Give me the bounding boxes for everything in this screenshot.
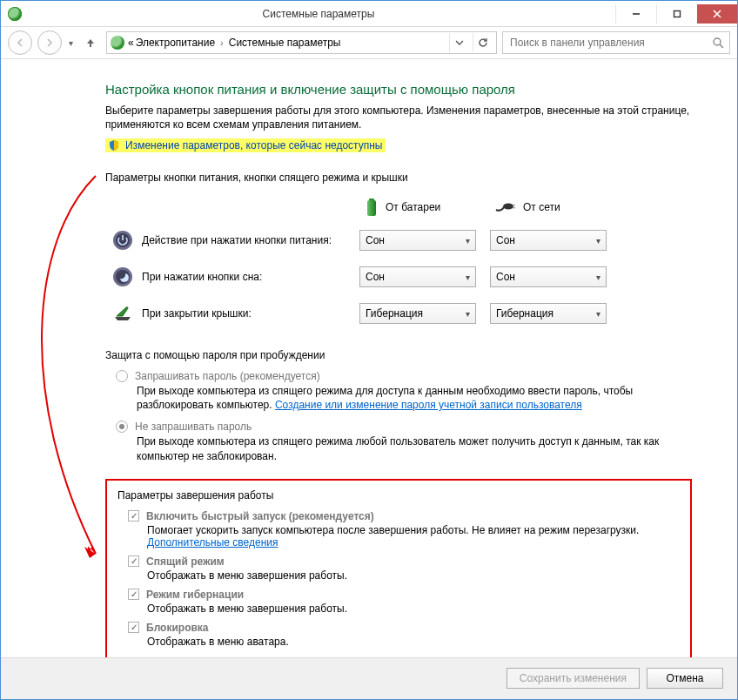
nav-forward-button[interactable] xyxy=(37,30,62,55)
sleep-desc: Отображать в меню завершения работы. xyxy=(147,569,680,582)
annotation-arrow xyxy=(13,171,117,571)
checkbox-label: Режим гибернации xyxy=(146,589,244,601)
address-dropdown[interactable] xyxy=(449,33,469,52)
close-icon xyxy=(713,10,721,18)
row-sleep-button: При нажатии кнопки сна: xyxy=(112,259,346,295)
checkbox-label: Включить быстрый запуск (рекомендуется) xyxy=(146,510,374,522)
nav-bar: ▾ « Электропитание › Системные параметры xyxy=(1,27,737,58)
close-button[interactable] xyxy=(697,4,737,24)
shield-icon xyxy=(108,139,120,151)
row-sleep-label: При нажатии кнопки сна: xyxy=(142,271,262,283)
save-button[interactable]: Сохранить изменения xyxy=(507,668,640,689)
breadcrumb-item[interactable]: Электропитание xyxy=(136,37,215,49)
svg-rect-10 xyxy=(513,205,515,205)
checkbox-label: Блокировка xyxy=(146,622,209,634)
column-ac-label: От сети xyxy=(523,201,560,213)
refresh-button[interactable] xyxy=(473,33,493,52)
row-lid-label: При закрытии крышки: xyxy=(142,307,252,320)
combo-value: Сон xyxy=(496,271,515,283)
arrow-up-icon xyxy=(84,37,97,49)
lock-checkbox[interactable]: Блокировка xyxy=(128,622,680,634)
maximize-button[interactable] xyxy=(656,4,697,24)
cancel-button[interactable]: Отмена xyxy=(647,668,723,689)
minimize-button[interactable] xyxy=(615,4,656,24)
chevron-down-icon: ▾ xyxy=(596,236,600,246)
history-dropdown[interactable]: ▾ xyxy=(67,38,75,48)
page-title: Настройка кнопок питания и включение защ… xyxy=(105,82,692,97)
nav-up-button[interactable] xyxy=(80,32,101,53)
lid-ac-combo[interactable]: Гибернация ▾ xyxy=(490,303,607,324)
combo-value: Гибернация xyxy=(496,307,554,320)
plug-icon xyxy=(495,201,516,213)
location-icon xyxy=(111,36,124,50)
sleep-battery-combo[interactable]: Сон ▾ xyxy=(359,266,476,287)
svg-point-4 xyxy=(714,38,721,45)
section-shutdown-title: Параметры завершения работы xyxy=(117,489,680,501)
breadcrumb-prefix: « xyxy=(128,37,134,49)
address-bar[interactable]: « Электропитание › Системные параметры xyxy=(106,31,497,54)
sleep-checkbox[interactable]: Спящий режим xyxy=(128,555,680,568)
chevron-down-icon xyxy=(455,38,464,47)
title-bar: Системные параметры xyxy=(1,1,737,27)
battery-app-icon xyxy=(8,7,22,21)
maximize-icon xyxy=(673,10,681,18)
chevron-down-icon: ▾ xyxy=(596,309,600,319)
refresh-icon xyxy=(478,37,488,48)
hibernate-item: Режим гибернации Отображать в меню завер… xyxy=(128,589,680,615)
laptop-lid-icon xyxy=(112,303,133,324)
more-info-link[interactable]: Дополнительные сведения xyxy=(147,536,278,549)
checkbox-icon xyxy=(128,510,139,522)
create-password-link[interactable]: Создание или изменение пароля учетной за… xyxy=(275,399,582,411)
content-area: Настройка кнопок питания и включение защ… xyxy=(1,59,737,657)
checkbox-label: Спящий режим xyxy=(146,555,225,568)
radio-label: Запрашивать пароль (рекомендуется) xyxy=(135,370,320,382)
section-password-title: Защита с помощью пароля при пробуждении xyxy=(105,349,692,361)
window-title: Системные параметры xyxy=(22,8,615,20)
lock-item: Блокировка Отображать в меню аватара. xyxy=(128,622,680,648)
radio-no-password[interactable]: Не запрашивать пароль xyxy=(116,421,692,433)
fast-startup-item: Включить быстрый запуск (рекомендуется) … xyxy=(128,510,680,549)
svg-rect-1 xyxy=(674,10,681,17)
window: Системные параметры ▾ « xyxy=(0,0,738,700)
column-ac: От сети xyxy=(490,192,607,222)
radio-label: Не запрашивать пароль xyxy=(135,421,252,433)
power-button-icon xyxy=(112,230,133,251)
hibernate-checkbox[interactable]: Режим гибернации xyxy=(128,589,680,601)
combo-value: Сон xyxy=(366,234,385,246)
page-description: Выберите параметры завершения работы для… xyxy=(105,104,692,131)
radio-icon xyxy=(116,421,128,433)
chevron-down-icon: ▾ xyxy=(596,273,600,282)
sleep-item: Спящий режим Отображать в меню завершени… xyxy=(128,555,680,582)
breadcrumb-item[interactable]: Системные параметры xyxy=(229,37,341,49)
power-ac-combo[interactable]: Сон ▾ xyxy=(490,230,607,251)
combo-value: Сон xyxy=(366,271,385,283)
svg-rect-11 xyxy=(513,207,515,208)
sleep-ac-combo[interactable]: Сон ▾ xyxy=(490,266,607,287)
chevron-down-icon: ▾ xyxy=(466,236,470,246)
desc-text: Помогает ускорить запуск компьютера посл… xyxy=(147,524,639,536)
column-battery: От батареи xyxy=(359,192,476,222)
search-box[interactable] xyxy=(502,31,730,54)
arrow-right-icon xyxy=(44,37,55,48)
svg-rect-8 xyxy=(367,200,376,216)
svg-marker-6 xyxy=(84,547,96,558)
search-input[interactable] xyxy=(508,36,712,50)
breadcrumb: « Электропитание › Системные параметры xyxy=(128,37,341,49)
radio-require-password[interactable]: Запрашивать пароль (рекомендуется) xyxy=(116,370,692,382)
battery-icon xyxy=(365,197,379,218)
combo-value: Гибернация xyxy=(366,307,423,320)
power-battery-combo[interactable]: Сон ▾ xyxy=(359,230,476,251)
sleep-button-icon xyxy=(112,266,133,287)
svg-line-5 xyxy=(720,44,723,48)
lid-battery-combo[interactable]: Гибернация ▾ xyxy=(359,303,476,324)
nav-back-button[interactable] xyxy=(8,30,32,55)
fast-startup-desc: Помогает ускорить запуск компьютера посл… xyxy=(147,524,680,549)
fast-startup-checkbox[interactable]: Включить быстрый запуск (рекомендуется) xyxy=(128,510,680,522)
minimize-icon xyxy=(632,10,641,18)
footer: Сохранить изменения Отмена xyxy=(1,657,737,699)
window-buttons xyxy=(615,4,737,24)
checkbox-icon xyxy=(128,622,139,633)
unlock-settings-label: Изменение параметров, которые сейчас нед… xyxy=(125,139,383,151)
unlock-settings-link[interactable]: Изменение параметров, которые сейчас нед… xyxy=(105,138,386,152)
combo-value: Сон xyxy=(496,234,515,246)
